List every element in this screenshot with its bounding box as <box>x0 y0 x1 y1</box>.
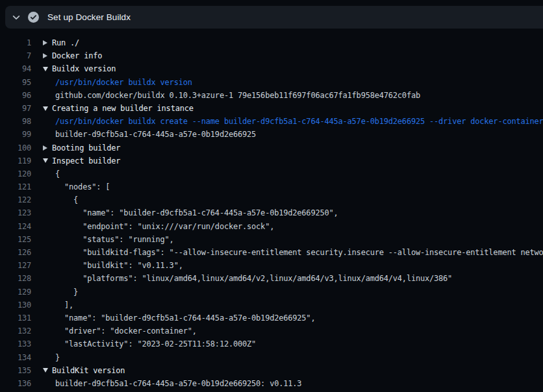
log-line-number[interactable]: 136 <box>0 377 31 390</box>
log-line[interactable]: 94 Buildx version <box>0 62 543 75</box>
log-line-text: builder-d9cfb5a1-c764-445a-a57e-0b19d2e6… <box>55 128 256 141</box>
group-toggle-icon[interactable] <box>43 141 52 154</box>
log-line-text: "lastActivity": "2023-02-25T11:58:12.000… <box>55 337 256 350</box>
log-line-text: /usr/bin/docker buildx create --name bui… <box>55 115 543 128</box>
log-line: 96 github.com/docker/buildx 0.10.3+azure… <box>0 89 543 102</box>
log-line-text: ], <box>55 299 73 312</box>
group-toggle-icon[interactable] <box>43 102 52 115</box>
log-line-number[interactable]: 135 <box>0 364 31 377</box>
log-line[interactable]: 97 Creating a new builder instance <box>0 102 543 115</box>
log-line-text: "buildkitd-flags": "--allow-insecure-ent… <box>55 246 543 259</box>
log-line[interactable]: 7 Docker info <box>0 49 543 62</box>
log-line-number[interactable]: 127 <box>0 259 31 272</box>
log-line[interactable]: 100 Booting builder <box>0 141 543 154</box>
log-line-number[interactable]: 94 <box>0 62 31 75</box>
log-line: 98 /usr/bin/docker buildx create --name … <box>0 115 543 128</box>
log-line-text: { <box>55 167 60 180</box>
log-line-number[interactable]: 130 <box>0 299 31 312</box>
log-line-text: "platforms": "linux/amd64,linux/amd64/v2… <box>55 272 452 285</box>
log-line-text: "name": "builder-d9cfb5a1-c764-445a-a57e… <box>55 312 315 325</box>
log-line[interactable]: 135 BuildKit version <box>0 364 543 377</box>
log-lines: 1 Run ./ 7 Docker info 94 Buildx version… <box>0 36 543 390</box>
log-line-text: "nodes": [ <box>55 180 110 193</box>
log-line-text: } <box>55 351 60 364</box>
group-toggle-icon[interactable] <box>43 62 52 75</box>
log-line-number[interactable]: 122 <box>0 193 31 206</box>
log-line-number[interactable]: 98 <box>0 115 31 128</box>
group-toggle-icon[interactable] <box>43 154 52 167</box>
log-line: 95 /usr/bin/docker buildx version <box>0 76 543 89</box>
log-line: 129 } <box>0 286 543 299</box>
log-line-text: builder-d9cfb5a1-c764-445a-a57e-0b19d2e6… <box>55 377 301 390</box>
log-line-text: Run ./ <box>52 36 79 49</box>
log-line-text: Creating a new builder instance <box>52 102 194 115</box>
log-line[interactable]: 1 Run ./ <box>0 36 543 49</box>
log-line-number[interactable]: 100 <box>0 141 31 154</box>
log-line-text: "name": "builder-d9cfb5a1-c764-445a-a57e… <box>55 206 338 219</box>
log-line-text: Docker info <box>52 49 102 62</box>
log-line-number[interactable]: 121 <box>0 180 31 193</box>
log-line-number[interactable]: 1 <box>0 36 31 49</box>
log-line-text: "status": "running", <box>55 233 174 246</box>
log-line-text: "buildkit": "v0.11.3", <box>55 259 183 272</box>
log-line-text: Booting builder <box>52 141 120 154</box>
log-line-number[interactable]: 125 <box>0 233 31 246</box>
log-line: 128 "platforms": "linux/amd64,linux/amd6… <box>0 272 543 285</box>
step-title: Set up Docker Buildx <box>47 12 131 22</box>
log-line-number[interactable]: 120 <box>0 167 31 180</box>
log-line-number[interactable]: 129 <box>0 286 31 299</box>
log-line-text: github.com/docker/buildx 0.10.3+azure-1 … <box>55 89 420 102</box>
log-line-number[interactable]: 123 <box>0 206 31 219</box>
log-line-number[interactable]: 95 <box>0 76 31 89</box>
group-toggle-icon[interactable] <box>43 36 52 49</box>
log-line: 131 "name": "builder-d9cfb5a1-c764-445a-… <box>0 312 543 325</box>
log-line: 123 "name": "builder-d9cfb5a1-c764-445a-… <box>0 206 543 219</box>
log-line-text: Buildx version <box>52 62 116 75</box>
log-line-number[interactable]: 131 <box>0 312 31 325</box>
log-line-text: Inspect builder <box>52 154 120 167</box>
log-line: 134 } <box>0 351 543 364</box>
log-line-number[interactable]: 97 <box>0 102 31 115</box>
log-viewer: 1 Run ./ 7 Docker info 94 Buildx version… <box>0 29 543 392</box>
group-toggle-icon[interactable] <box>43 49 52 62</box>
log-line-text: } <box>55 286 78 299</box>
log-line: 136 builder-d9cfb5a1-c764-445a-a57e-0b19… <box>0 377 543 390</box>
log-line-number[interactable]: 128 <box>0 272 31 285</box>
log-line-text: BuildKit version <box>52 364 125 377</box>
log-line: 126 "buildkitd-flags": "--allow-insecure… <box>0 246 543 259</box>
log-line: 121 "nodes": [ <box>0 180 543 193</box>
log-line-text: { <box>55 193 78 206</box>
log-line-number[interactable]: 99 <box>0 128 31 141</box>
log-line-text: "driver": "docker-container", <box>55 325 197 337</box>
log-line: 133 "lastActivity": "2023-02-25T11:58:12… <box>0 337 543 350</box>
group-toggle-icon[interactable] <box>43 364 52 377</box>
log-line-text: /usr/bin/docker buildx version <box>55 76 192 89</box>
log-line: 122 { <box>0 193 543 206</box>
log-line-text: "endpoint": "unix:///var/run/docker.sock… <box>55 220 274 233</box>
log-line: 99 builder-d9cfb5a1-c764-445a-a57e-0b19d… <box>0 128 543 141</box>
step-header[interactable]: Set up Docker Buildx <box>5 6 543 29</box>
log-line-number[interactable]: 133 <box>0 337 31 350</box>
log-line: 120 { <box>0 167 543 180</box>
log-line: 132 "driver": "docker-container", <box>0 325 543 337</box>
log-line[interactable]: 119 Inspect builder <box>0 154 543 167</box>
check-circle-icon <box>28 12 39 23</box>
chevron-down-icon[interactable] <box>12 13 21 22</box>
log-line-number[interactable]: 7 <box>0 49 31 62</box>
log-line-number[interactable]: 132 <box>0 325 31 337</box>
log-line-number[interactable]: 96 <box>0 89 31 102</box>
log-line-number[interactable]: 124 <box>0 220 31 233</box>
log-line: 130 ], <box>0 299 543 312</box>
log-line-number[interactable]: 134 <box>0 351 31 364</box>
log-line: 127 "buildkit": "v0.11.3", <box>0 259 543 272</box>
log-line-number[interactable]: 119 <box>0 154 31 167</box>
log-line: 125 "status": "running", <box>0 233 543 246</box>
log-line: 124 "endpoint": "unix:///var/run/docker.… <box>0 220 543 233</box>
log-line-number[interactable]: 126 <box>0 246 31 259</box>
